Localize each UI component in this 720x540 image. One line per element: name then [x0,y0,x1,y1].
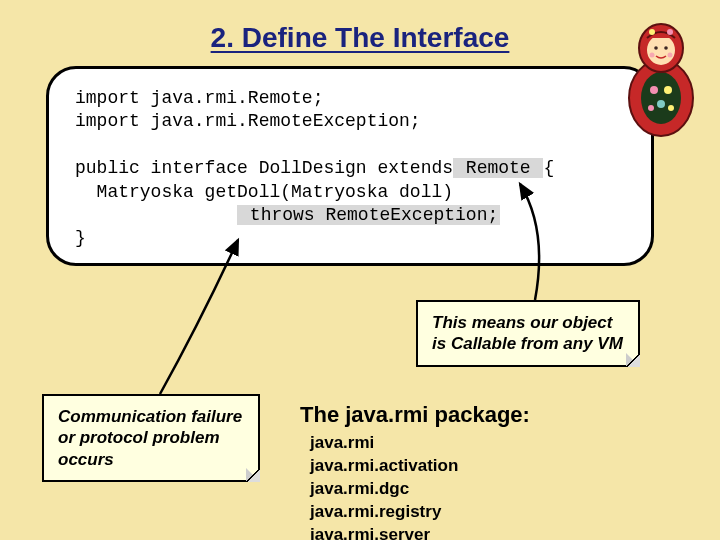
svg-point-2 [650,86,658,94]
code-line-4: Matryoska getDoll(Matryoska doll) [75,181,625,204]
svg-point-8 [647,35,675,65]
package-item: java.rmi [310,432,680,455]
code-line-5: throws RemoteException; [75,204,625,227]
package-list: java.rmi java.rmi.activation java.rmi.dg… [300,432,680,540]
highlight-remote: Remote [453,158,543,178]
code-line-6: } [75,227,625,250]
package-item: java.rmi.server [310,524,680,540]
svg-point-1 [641,72,681,124]
svg-point-3 [664,86,672,94]
slide-title: 2. Define The Interface [0,22,720,54]
highlight-throws: throws RemoteException; [237,205,500,225]
svg-point-11 [650,53,655,58]
code-block: import java.rmi.Remote; import java.rmi.… [46,66,654,266]
package-block: The java.rmi package: java.rmi java.rmi.… [300,402,680,540]
package-heading: The java.rmi package: [300,402,680,428]
note-communication-failure: Communication failure or protocol proble… [42,394,260,482]
svg-point-14 [667,29,673,35]
svg-point-13 [649,29,655,35]
package-item: java.rmi.registry [310,501,680,524]
code-line-1: import java.rmi.Remote; [75,87,625,110]
svg-point-5 [648,105,654,111]
note-callable: This means our object is Callable from a… [416,300,640,367]
package-item: java.rmi.activation [310,455,680,478]
svg-point-10 [664,46,668,50]
package-item: java.rmi.dgc [310,478,680,501]
svg-point-6 [668,105,674,111]
svg-point-12 [668,53,673,58]
matryoshka-icon [624,18,698,138]
svg-point-4 [657,100,665,108]
code-line-3: public interface DollDesign extends Remo… [75,157,625,180]
svg-point-9 [654,46,658,50]
code-line-2: import java.rmi.RemoteException; [75,110,625,133]
code-blank [75,134,625,157]
